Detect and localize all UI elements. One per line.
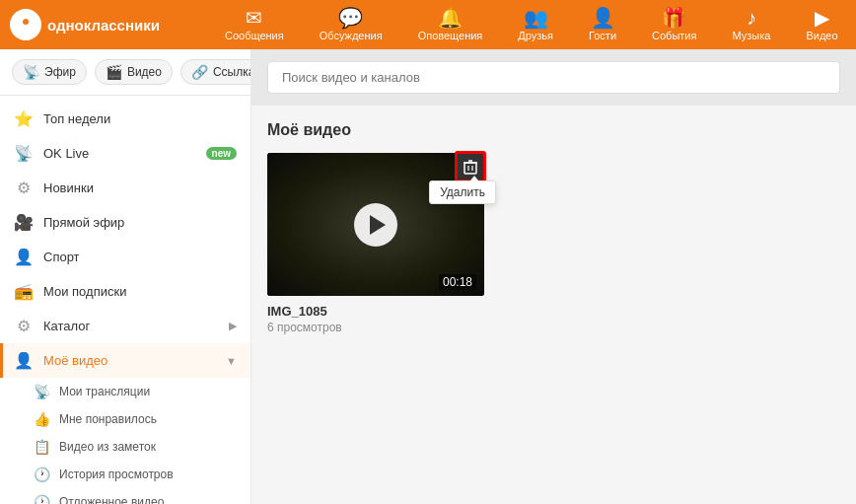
svg-rect-2 [464,163,476,174]
efir-icon: 📡 [23,64,39,80]
top-week-icon: ⭐ [14,109,34,128]
video-duration: 00:18 [439,274,476,290]
tab-efir-label: Эфир [44,65,76,79]
menu-catalog[interactable]: ⚙ Каталог ▶ [0,309,250,343]
menu-new[interactable]: ⚙ Новинки [0,171,250,205]
nav-friends[interactable]: 👥 Друзья [500,8,571,41]
main-layout: 📡 Эфир 🎬 Видео 🔗 Ссылка ⭐ Топ недели 📡 O… [0,49,856,504]
events-label: События [652,30,696,41]
search-input[interactable] [267,61,840,94]
sub-menu-deferred[interactable]: 🕐 Отложенное видео [0,488,250,504]
sport-icon: 👤 [14,248,34,266]
logo-area[interactable]: одноклассники [10,9,207,40]
menu-my-video-label: Моё видео [43,353,107,368]
nav-items: ✉ Сообщения 💬 Обсуждения 🔔 Оповещения 👥 … [207,8,856,41]
video-views: 6 просмотров [267,321,484,334]
menu-sport[interactable]: 👤 Спорт [0,240,250,274]
link-icon: 🔗 [191,64,208,80]
content-area: Моё видео 00:18 [251,106,856,350]
top-navigation: одноклассники ✉ Сообщения 💬 Обсуждения 🔔… [0,0,856,49]
video-title: IMG_1085 [267,304,484,319]
video-nav-label: Видео [806,30,837,41]
sub-menu-history[interactable]: 🕐 История просмотров [0,461,250,488]
nav-messages[interactable]: ✉ Сообщения [207,8,302,41]
guests-icon: 👤 [591,8,615,28]
events-icon: 🎁 [662,8,686,28]
svg-point-0 [22,18,30,26]
tab-link-label: Ссылка [213,65,251,79]
sub-liked-label: Мне понравилось [59,412,157,426]
friends-icon: 👥 [524,8,548,28]
new-icon: ⚙ [14,179,34,197]
menu-live[interactable]: 🎥 Прямой эфир [0,205,250,240]
discussions-label: Обсуждения [320,30,383,41]
notifications-icon: 🔔 [438,8,463,28]
nav-events[interactable]: 🎁 События [634,8,714,41]
nav-music[interactable]: ♪ Музыка [714,8,788,41]
catalog-arrow-icon: ▶ [229,320,237,332]
sub-menu-liked[interactable]: 👍 Мне понравилось [0,405,250,433]
video-nav-icon: ▶ [815,8,829,28]
sub-from-notes-label: Видео из заметок [59,440,156,454]
history-icon: 🕐 [34,467,49,482]
nav-video[interactable]: ▶ Видео [788,8,855,41]
tab-video[interactable]: 🎬 Видео [95,59,173,85]
from-notes-icon: 📋 [34,439,49,455]
menu-my-video[interactable]: 👤 Моё видео ▼ [0,343,250,378]
main-content: Моё видео 00:18 [251,49,856,504]
sidebar-tabs: 📡 Эфир 🎬 Видео 🔗 Ссылка [0,49,250,96]
tab-efir[interactable]: 📡 Эфир [12,59,87,85]
sub-menu-from-notes[interactable]: 📋 Видео из заметок [0,433,250,461]
video-tab-icon: 🎬 [106,64,122,80]
catalog-icon: ⚙ [14,317,34,335]
menu-subscriptions[interactable]: 📻 Мои подписки [0,274,250,309]
music-label: Музыка [732,30,770,41]
menu-top-week-label: Топ недели [43,111,110,126]
video-grid: 00:18 [267,153,840,334]
sub-broadcasts-label: Мои трансляции [59,385,150,398]
nav-notifications[interactable]: 🔔 Оповещения [400,8,501,41]
notifications-label: Оповещения [418,30,483,41]
tab-video-label: Видео [127,65,162,79]
my-video-arrow-icon: ▼ [226,355,237,367]
sub-history-label: История просмотров [59,468,174,481]
deferred-icon: 🕐 [34,494,49,504]
my-video-icon: 👤 [14,351,34,370]
sub-deferred-label: Отложенное видео [59,495,164,504]
discussions-icon: 💬 [338,8,363,28]
menu-sport-label: Спорт [43,250,80,264]
video-thumbnail[interactable]: 00:18 [267,153,484,296]
svg-point-1 [21,28,31,34]
tab-link[interactable]: 🔗 Ссылка [180,59,251,85]
sidebar-menu: ⭐ Топ недели 📡 OK Live new ⚙ Новинки 🎥 П… [0,96,250,504]
new-badge: new [206,147,237,160]
menu-catalog-label: Каталог [43,319,90,333]
broadcasts-icon: 📡 [34,384,49,399]
search-bar [251,49,856,106]
friends-label: Друзья [518,30,553,41]
guests-label: Гости [589,30,616,41]
logo-text: одноклассники [47,17,160,34]
nav-guests[interactable]: 👤 Гости [571,8,634,41]
play-button[interactable] [354,203,397,247]
menu-new-label: Новинки [43,180,94,195]
video-card: 00:18 [267,153,484,334]
section-title: Моё видео [267,121,840,139]
liked-icon: 👍 [34,411,49,427]
menu-live-label: Прямой эфир [43,215,124,230]
nav-discussions[interactable]: 💬 Обсуждения [302,8,400,41]
live-icon: 🎥 [14,213,34,232]
menu-ok-live-label: OK Live [43,146,89,161]
music-icon: ♪ [747,8,756,28]
sub-menu-broadcasts[interactable]: 📡 Мои трансляции [0,378,250,405]
delete-tooltip: Удалить [429,180,496,204]
messages-icon: ✉ [246,8,262,28]
menu-subscriptions-label: Мои подписки [43,284,126,299]
delete-btn-container: Удалить [455,151,486,182]
menu-top-week[interactable]: ⭐ Топ недели [0,102,250,136]
sidebar: 📡 Эфир 🎬 Видео 🔗 Ссылка ⭐ Топ недели 📡 O… [0,49,251,504]
logo-icon [10,9,41,40]
menu-ok-live[interactable]: 📡 OK Live new [0,136,250,171]
subscriptions-icon: 📻 [14,282,34,301]
messages-label: Сообщения [225,30,284,41]
